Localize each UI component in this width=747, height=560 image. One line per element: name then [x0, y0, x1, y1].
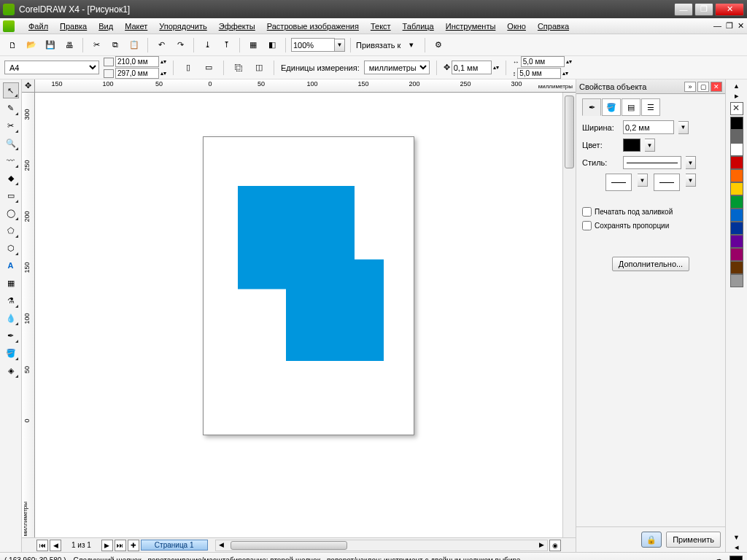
- menu-file[interactable]: Файл: [23, 20, 53, 32]
- spinner-icon[interactable]: ▴▾: [160, 70, 166, 77]
- menu-help[interactable]: Справка: [533, 20, 574, 32]
- menu-arrange[interactable]: Упорядочить: [154, 20, 212, 32]
- spinner-icon[interactable]: ▴▾: [566, 58, 572, 65]
- color-swatch[interactable]: [730, 248, 743, 261]
- first-page-button[interactable]: ⏮: [36, 540, 48, 551]
- scroll-right-icon[interactable]: ▶: [539, 541, 544, 548]
- menu-effects[interactable]: Эффекты: [214, 20, 260, 32]
- color-swatch[interactable]: [730, 209, 743, 222]
- color-swatch[interactable]: [730, 156, 743, 169]
- app-launcher-button[interactable]: ▦: [245, 37, 261, 53]
- pages-button[interactable]: ⿻: [231, 60, 247, 76]
- color-swatch[interactable]: [730, 143, 743, 156]
- outline-style-preview[interactable]: [623, 156, 681, 169]
- docker-float-button[interactable]: ▢: [697, 82, 709, 92]
- menu-table[interactable]: Таблица: [398, 20, 439, 32]
- spinner-icon[interactable]: ▴▾: [160, 58, 166, 65]
- end-arrow-select[interactable]: [654, 174, 680, 191]
- save-button[interactable]: 💾: [42, 37, 58, 53]
- vertical-ruler[interactable]: 300 250 200 150 100 50 0 миллиметры: [22, 93, 35, 537]
- hscroll-thumb[interactable]: [231, 541, 347, 550]
- menu-layout[interactable]: Макет: [120, 20, 152, 32]
- cut-button[interactable]: ✂: [88, 37, 104, 53]
- horizontal-scrollbar[interactable]: ◀ ▶: [215, 540, 548, 551]
- zoom-dropdown[interactable]: ▼: [291, 38, 345, 52]
- units-select[interactable]: миллиметры: [364, 61, 430, 74]
- color-swatch[interactable]: [730, 117, 743, 130]
- basic-shapes-tool[interactable]: ⬡: [3, 240, 19, 256]
- vertical-scrollbar[interactable]: [562, 93, 576, 537]
- ruler-origin[interactable]: ✥: [22, 79, 35, 93]
- page-height-input[interactable]: [115, 68, 159, 79]
- close-button[interactable]: ✕: [715, 3, 744, 16]
- color-swatch[interactable]: [730, 130, 743, 143]
- color-swatch[interactable]: [730, 235, 743, 248]
- spinner-icon[interactable]: ▴▾: [562, 70, 568, 77]
- facing-pages-button[interactable]: ◫: [251, 60, 267, 76]
- ellipse-tool[interactable]: ◯: [3, 205, 19, 221]
- open-button[interactable]: 📂: [23, 37, 39, 53]
- table-tool[interactable]: ▦: [3, 275, 19, 291]
- portrait-button[interactable]: ▯: [180, 60, 196, 76]
- dropdown-arrow-icon[interactable]: ▼: [678, 121, 689, 134]
- text-tab[interactable]: ▤: [622, 98, 640, 116]
- dropdown-arrow-icon[interactable]: ▼: [686, 174, 696, 187]
- mdi-minimize-icon[interactable]: —: [713, 21, 721, 31]
- color-swatch[interactable]: [730, 274, 743, 287]
- rectangle-tool[interactable]: ▭: [3, 187, 19, 203]
- fill-tool[interactable]: 🪣: [3, 345, 19, 361]
- app-menu-icon[interactable]: [3, 20, 15, 32]
- prev-page-button[interactable]: ◀: [50, 540, 61, 551]
- docker-collapse-button[interactable]: »: [684, 82, 696, 92]
- palette-menu-icon[interactable]: ◂: [735, 542, 739, 552]
- outline-color-swatch[interactable]: [623, 139, 640, 152]
- docker-close-button[interactable]: ✕: [711, 82, 722, 92]
- interactive-fill-tool[interactable]: ◈: [3, 362, 19, 378]
- docker-titlebar[interactable]: Свойства объекта » ▢ ✕: [576, 79, 725, 94]
- palette-up-icon[interactable]: ▲: [733, 82, 740, 90]
- color-swatch[interactable]: [730, 169, 743, 182]
- lock-button[interactable]: 🔒: [641, 532, 662, 548]
- pick-tool[interactable]: ↖: [3, 82, 19, 98]
- polygon-tool[interactable]: ⬠: [3, 222, 19, 238]
- eyedropper-tool[interactable]: 💧: [3, 310, 19, 326]
- crop-tool[interactable]: ✂: [3, 117, 19, 133]
- nav-button[interactable]: ◉: [549, 540, 561, 551]
- start-arrow-select[interactable]: [605, 174, 632, 191]
- list-tab[interactable]: ☰: [641, 98, 660, 116]
- menu-window[interactable]: Окно: [502, 20, 531, 32]
- outline-tool[interactable]: ✒: [3, 327, 19, 343]
- scroll-left-icon[interactable]: ◀: [219, 541, 224, 548]
- welcome-button[interactable]: ◧: [264, 37, 280, 53]
- redo-button[interactable]: ↷: [172, 37, 188, 53]
- minimize-button[interactable]: —: [674, 3, 693, 16]
- menu-edit[interactable]: Правка: [55, 20, 92, 32]
- pagesize-select[interactable]: А4: [4, 61, 99, 74]
- paste-button[interactable]: 📋: [126, 37, 142, 53]
- apply-button[interactable]: Применить: [666, 532, 721, 548]
- undo-button[interactable]: ↶: [153, 37, 169, 53]
- dropdown-arrow-icon[interactable]: ▼: [645, 139, 655, 152]
- color-swatch[interactable]: [730, 261, 743, 274]
- add-page-button[interactable]: ✚: [128, 540, 139, 551]
- color-swatch[interactable]: [730, 182, 743, 195]
- copy-button[interactable]: ⧉: [107, 37, 123, 53]
- dropdown-arrow-icon[interactable]: ▼: [638, 174, 648, 187]
- outline-width-input[interactable]: [623, 120, 674, 134]
- freehand-tool[interactable]: 〰: [3, 152, 19, 168]
- print-button[interactable]: 🖶: [61, 37, 77, 53]
- menu-view[interactable]: Вид: [93, 20, 118, 32]
- zoom-tool[interactable]: 🔍: [3, 135, 19, 151]
- mdi-restore-icon[interactable]: ❐: [726, 21, 733, 31]
- outline-tab[interactable]: ✒: [582, 98, 601, 116]
- no-color-swatch[interactable]: [730, 102, 743, 115]
- color-swatch[interactable]: [730, 195, 743, 209]
- snap-dropdown-button[interactable]: ▾: [403, 37, 419, 53]
- color-swatch[interactable]: [730, 222, 743, 235]
- palette-expand-icon[interactable]: ▸: [735, 91, 739, 101]
- interactive-tool[interactable]: ⚗: [3, 292, 19, 308]
- dup-y-input[interactable]: [517, 68, 561, 79]
- fill-indicator[interactable]: [729, 556, 743, 561]
- dropdown-arrow-icon[interactable]: ▼: [335, 39, 345, 52]
- horizontal-ruler[interactable]: 150 100 50 0 50 100 150 200 250 300 милл…: [35, 79, 576, 93]
